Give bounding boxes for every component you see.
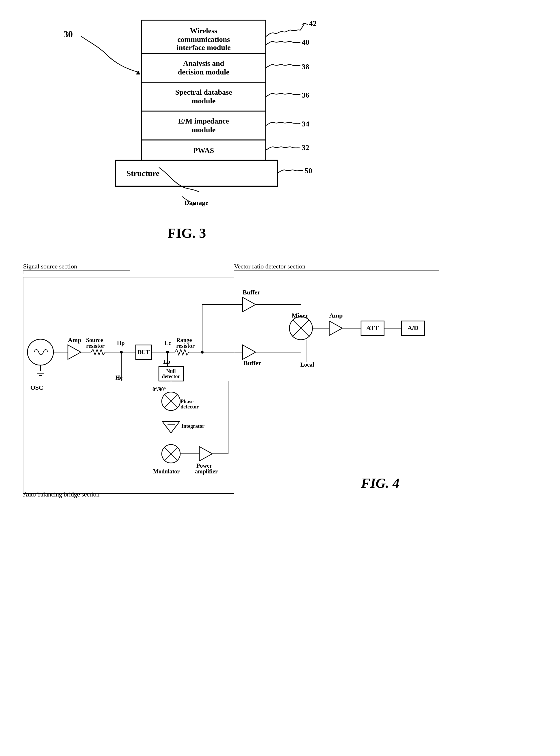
svg-text:resistor: resistor <box>176 343 195 349</box>
svg-text:Spectral database: Spectral database <box>175 88 232 97</box>
svg-text:40: 40 <box>302 38 309 46</box>
svg-text:interface module: interface module <box>177 43 231 52</box>
svg-text:Null: Null <box>166 368 176 374</box>
svg-text:PWAS: PWAS <box>193 146 214 155</box>
svg-text:36: 36 <box>302 91 309 99</box>
svg-text:38: 38 <box>302 63 309 71</box>
svg-text:Structure: Structure <box>126 169 160 178</box>
svg-text:Power: Power <box>196 462 212 469</box>
svg-text:Buffer: Buffer <box>243 289 260 296</box>
svg-rect-11 <box>141 111 266 140</box>
svg-marker-19 <box>192 202 196 206</box>
svg-text:Analysis and: Analysis and <box>183 59 224 67</box>
svg-text:Damage: Damage <box>184 199 208 206</box>
svg-line-22 <box>305 23 307 24</box>
svg-marker-0 <box>136 71 140 75</box>
svg-marker-93 <box>199 446 212 461</box>
svg-text:Hp: Hp <box>117 340 125 346</box>
svg-rect-16 <box>116 160 277 186</box>
svg-text:E/M impedance: E/M impedance <box>178 117 229 125</box>
svg-text:Source: Source <box>86 337 103 343</box>
svg-text:Signal source section: Signal source section <box>23 263 77 270</box>
svg-text:Integrator: Integrator <box>181 423 204 429</box>
svg-text:42: 42 <box>309 19 317 28</box>
svg-text:FIG. 4: FIG. 4 <box>361 476 399 491</box>
fig4-diagram: Signal source section Vector ratio detec… <box>15 260 549 722</box>
svg-marker-45 <box>68 345 81 359</box>
svg-text:Mixer: Mixer <box>292 312 308 319</box>
svg-text:Buffer: Buffer <box>243 359 261 366</box>
label-30: 30 <box>63 29 73 40</box>
svg-text:Hc: Hc <box>116 374 123 381</box>
svg-text:module: module <box>192 97 216 105</box>
svg-text:32: 32 <box>302 144 309 152</box>
svg-text:Wireless: Wireless <box>190 26 217 35</box>
svg-rect-1 <box>141 20 266 54</box>
svg-rect-5 <box>141 54 266 82</box>
svg-text:module: module <box>192 126 216 134</box>
svg-marker-116 <box>329 321 342 335</box>
svg-text:Phase: Phase <box>180 399 194 404</box>
svg-text:detector: detector <box>162 374 180 379</box>
svg-rect-14 <box>141 140 266 160</box>
svg-text:Auto balancing bridge section: Auto balancing bridge section <box>23 491 100 498</box>
svg-text:amplifier: amplifier <box>195 468 218 475</box>
fig4-section: Signal source section Vector ratio detec… <box>15 260 549 722</box>
svg-text:Amp: Amp <box>68 336 81 343</box>
fig3-caption: FIG. 3 <box>167 225 206 241</box>
svg-text:Amp: Amp <box>329 312 342 319</box>
svg-text:detector: detector <box>180 404 199 410</box>
svg-text:Lp: Lp <box>163 358 170 365</box>
svg-text:0°/90°: 0°/90° <box>153 386 166 392</box>
svg-rect-8 <box>141 82 266 111</box>
svg-text:Modulator: Modulator <box>153 468 180 475</box>
svg-text:A/D: A/D <box>407 324 419 331</box>
svg-line-21 <box>302 23 305 24</box>
svg-marker-66 <box>243 297 256 312</box>
svg-point-38 <box>27 339 54 365</box>
svg-text:ATT: ATT <box>366 324 379 331</box>
fig3-diagram: Wireless communications interface module… <box>58 12 376 228</box>
svg-text:34: 34 <box>302 120 309 128</box>
svg-text:resistor: resistor <box>86 343 104 349</box>
svg-text:Lc: Lc <box>165 340 171 346</box>
svg-line-20 <box>300 23 305 30</box>
svg-text:decision module: decision module <box>178 68 229 76</box>
svg-text:DUT: DUT <box>138 349 150 355</box>
svg-marker-102 <box>243 345 256 359</box>
svg-text:OSC: OSC <box>30 384 43 391</box>
svg-text:50: 50 <box>305 167 312 175</box>
svg-text:Vector ratio detector section: Vector ratio detector section <box>234 263 305 270</box>
svg-text:communications: communications <box>177 35 230 44</box>
svg-marker-83 <box>162 421 180 433</box>
svg-text:Local: Local <box>300 361 314 368</box>
